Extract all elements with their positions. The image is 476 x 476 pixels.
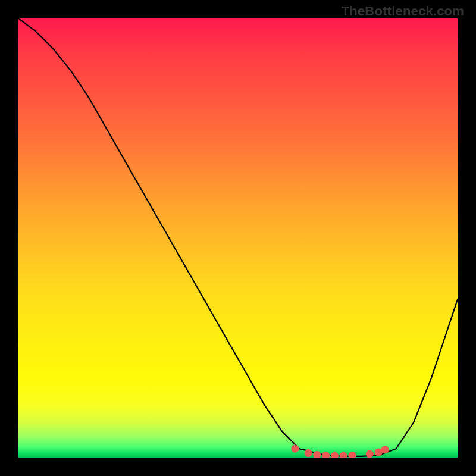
marker-dot [381,446,389,453]
marker-dot [348,452,356,458]
marker-dot [322,452,330,458]
chart-frame: TheBottleneck.com [0,0,476,476]
marker-dot [291,445,299,453]
marker-dot [340,452,347,458]
bottleneck-curve [18,18,458,456]
marker-dot [305,449,312,457]
marker-dot [366,450,374,458]
plot-area [18,18,458,458]
watermark-text: TheBottleneck.com [342,4,464,19]
marker-dot [331,452,339,458]
chart-svg [18,18,458,458]
